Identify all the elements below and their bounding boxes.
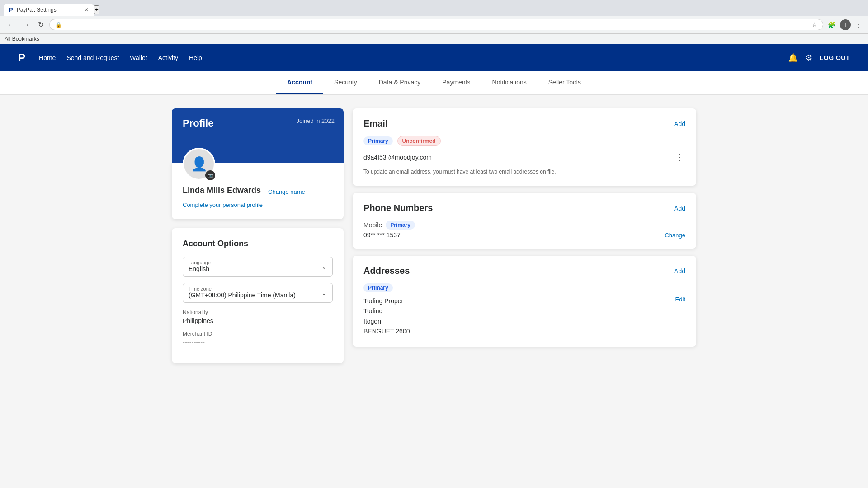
phone-add-button[interactable]: Add [674,205,685,212]
address-line-3: Itogon [363,316,410,326]
address-text: Tuding Proper Tuding Itogon BENGUET 2600 [363,296,410,337]
forward-button[interactable]: → [20,19,33,31]
bookmarks-bar: All Bookmarks [0,34,868,44]
profile-card: Profile Joined in 2022 👤 📷 Linda Mills E… [172,108,344,219]
tab-favicon: P [9,6,13,13]
reload-button[interactable]: ↻ [35,19,47,31]
tab-data-privacy[interactable]: Data & Privacy [368,71,432,94]
lock-icon: 🔒 [55,22,62,28]
email-row: d9a4f53f@moodjoy.com ⋮ [363,150,685,164]
nav-links: Home Send and Request Wallet Activity He… [39,54,788,61]
phone-title: Phone Numbers [363,203,433,213]
address-line-1: Tuding Proper [363,296,410,306]
timezone-chevron-icon: ⌄ [321,289,327,296]
new-tab-button[interactable]: + [94,5,99,14]
bookmarks-label: All Bookmarks [5,36,39,42]
menu-button[interactable]: ⋮ [854,19,863,30]
tab-seller-tools[interactable]: Seller Tools [538,71,592,94]
addresses-add-button[interactable]: Add [674,267,685,275]
tab-close-button[interactable]: ✕ [84,7,89,13]
profile-title: Profile [183,117,213,129]
address-row: Tuding Proper Tuding Itogon BENGUET 2600… [363,296,685,337]
back-button[interactable]: ← [5,19,17,31]
addresses-card: Addresses Add Primary Tuding Proper Tudi… [353,256,696,347]
settings-tabs: Account Security Data & Privacy Payments… [0,71,868,95]
nav-wallet[interactable]: Wallet [130,54,147,61]
profile-name: Linda Mills Edwards [183,186,261,195]
complete-profile-link[interactable]: Complete your personal profile [183,202,333,208]
profile-button[interactable]: I [840,19,851,30]
language-label: Language [183,257,332,265]
email-title: Email [363,118,387,129]
timezone-label: Time zone [183,283,332,291]
badge-primary: Primary [363,136,393,145]
nav-actions: 🔔 ⚙ LOG OUT [788,53,850,63]
phone-type-label: Mobile [363,221,382,229]
addresses-card-header: Addresses Add [363,266,685,276]
toolbar-actions: 🧩 I ⋮ [826,19,863,30]
camera-icon: 📷 [208,173,213,178]
language-value: English [183,265,332,276]
address-badge-primary: Primary [363,283,393,292]
bookmark-star-icon[interactable]: ☆ [812,21,817,28]
paypal-navbar: P Home Send and Request Wallet Activity … [0,44,868,71]
camera-button[interactable]: 📷 [205,170,215,180]
timezone-value: (GMT+08:00) Philippine Time (Manila) [183,291,332,302]
profile-column: Profile Joined in 2022 👤 📷 Linda Mills E… [172,108,344,363]
more-options-icon[interactable]: ⋮ [674,150,685,164]
phone-change-link[interactable]: Change [665,232,685,239]
phone-card: Phone Numbers Add Mobile Primary 09** **… [353,193,696,249]
nav-send-request[interactable]: Send and Request [66,54,119,61]
profile-body: 👤 📷 Linda Mills Edwards Change name Comp… [172,163,344,219]
addresses-title: Addresses [363,266,410,276]
tab-security[interactable]: Security [323,71,368,94]
gear-icon[interactable]: ⚙ [805,53,812,63]
email-card-header: Email Add [363,118,685,129]
address-edit-link[interactable]: Edit [675,296,685,303]
nav-help[interactable]: Help [189,54,202,61]
language-select[interactable]: Language English ⌄ [183,257,333,277]
joined-text: Joined in 2022 [296,117,335,124]
account-options-title: Account Options [183,239,333,249]
badge-unconfirmed: Unconfirmed [397,136,441,146]
phone-badge-primary: Primary [386,221,415,230]
address-line-2: Tuding [363,306,410,316]
email-add-button[interactable]: Add [674,120,685,127]
avatar-placeholder-icon: 👤 [191,156,208,172]
tab-account[interactable]: Account [276,71,323,94]
active-tab[interactable]: P PayPal: Settings ✕ [4,4,94,16]
address-badge: Primary [363,283,685,292]
address-bar[interactable]: 🔒 paypal.com/myaccount/profile/ ☆ [49,19,823,30]
timezone-field: Time zone (GMT+08:00) Philippine Time (M… [183,283,333,303]
tab-notifications[interactable]: Notifications [481,71,538,94]
profile-name-row: Linda Mills Edwards Change name [183,186,333,198]
extensions-button[interactable]: 🧩 [826,19,837,30]
paypal-logo: P [18,52,25,64]
merchant-id-label: Merchant ID [183,331,333,337]
account-options-card: Account Options Language English ⌄ Time … [172,228,344,363]
merchant-id-field: Merchant ID •••••••••• [183,331,333,346]
bell-icon[interactable]: 🔔 [788,53,798,63]
email-update-note: To update an email address, you must hav… [363,168,685,176]
logout-button[interactable]: LOG OUT [820,54,850,61]
phone-label-row: Mobile Primary [363,221,685,230]
tab-title: PayPal: Settings [17,7,57,13]
email-card: Email Add Primary Unconfirmed d9a4f53f@m… [353,108,696,186]
merchant-id-value: •••••••••• [183,339,333,346]
tab-payments[interactable]: Payments [431,71,481,94]
nav-home[interactable]: Home [39,54,56,61]
language-chevron-icon: ⌄ [321,263,327,270]
phone-card-header: Phone Numbers Add [363,203,685,213]
email-address: d9a4f53f@moodjoy.com [363,154,432,161]
change-name-link[interactable]: Change name [268,188,305,195]
nav-activity[interactable]: Activity [158,54,178,61]
browser-toolbar: ← → ↻ 🔒 paypal.com/myaccount/profile/ ☆ … [0,16,868,34]
right-panel: Email Add Primary Unconfirmed d9a4f53f@m… [353,108,696,363]
url-input[interactable]: paypal.com/myaccount/profile/ [65,21,809,28]
language-field: Language English ⌄ [183,257,333,277]
phone-number-row: 09** *** 1537 Change [363,231,685,239]
phone-number: 09** *** 1537 [363,231,401,239]
nationality-label: Nationality [183,309,333,315]
logo-text: P [18,52,25,64]
timezone-select[interactable]: Time zone (GMT+08:00) Philippine Time (M… [183,283,333,303]
